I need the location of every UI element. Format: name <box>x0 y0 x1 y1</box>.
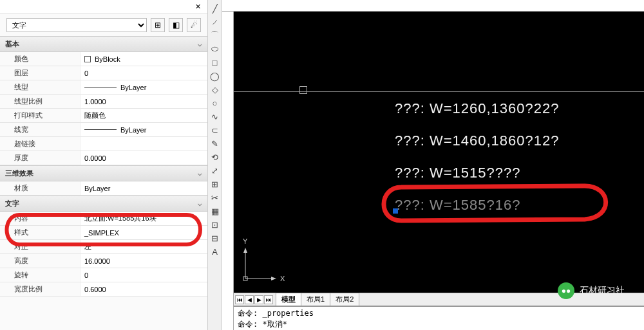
selection-handle[interactable] <box>299 86 307 94</box>
grip-handle[interactable] <box>393 208 398 214</box>
prop-height-label: 高度 <box>0 254 80 268</box>
line-tool-icon[interactable]: ╱ <box>209 3 221 14</box>
ruler-vertical <box>222 12 234 330</box>
drawing-canvas[interactable]: ???: W=1260,1360?22? ???: W=1460,1860?12… <box>234 12 644 293</box>
object-type-select[interactable]: 文字 <box>6 18 147 32</box>
prop-widthfactor-value[interactable]: 0.6000 <box>80 282 207 296</box>
property-grid: 基本⌵ 颜色ByBlock 图层0 线型ByLayer 线型比例1.0000 打… <box>0 36 207 330</box>
prop-justify-value[interactable]: 左 <box>80 240 207 253</box>
prop-style-value[interactable]: _SIMPLEX <box>80 226 207 239</box>
spline-tool-icon[interactable]: ∿ <box>209 111 221 122</box>
prop-color-label: 颜色 <box>0 52 80 66</box>
prop-color-value[interactable]: ByBlock <box>80 52 207 66</box>
prop-layer-value[interactable]: 0 <box>80 66 207 80</box>
svg-marker-3 <box>243 248 247 253</box>
command-line[interactable]: 命令: _properties 命令: *取消* <box>234 306 644 330</box>
text-tool-icon[interactable]: A <box>209 246 221 257</box>
toolbar-icon-1[interactable]: ⊞ <box>151 18 165 32</box>
prop-lineweight-value[interactable]: ByLayer <box>80 123 207 136</box>
svg-text:Y: Y <box>243 237 248 245</box>
revcloud-tool-icon[interactable]: ⊂ <box>209 124 221 136</box>
tab-nav-prev-icon[interactable]: ◀ <box>245 295 254 304</box>
arc-tool-icon[interactable]: ⌒ <box>209 30 221 41</box>
ruler-horizontal <box>222 0 644 12</box>
tab-nav-last-icon[interactable]: ⏭ <box>264 295 273 304</box>
prop-plotstyle-label: 打印样式 <box>0 109 80 122</box>
prop-ltscale-value[interactable]: 1.0000 <box>80 95 207 108</box>
prop-justify-label: 对正 <box>0 240 80 253</box>
ray-tool-icon[interactable]: ⟋ <box>209 16 221 28</box>
prop-style-label: 样式 <box>0 226 80 239</box>
prop-material-value[interactable]: ByLayer <box>80 181 207 195</box>
chevron-icon: ⌵ <box>198 199 202 208</box>
tab-nav-first-icon[interactable]: ⏮ <box>235 295 244 304</box>
cad-text-3[interactable]: ???: W=1515???? <box>395 165 520 181</box>
tab-layout2[interactable]: 布局2 <box>330 293 359 306</box>
prop-thickness-value[interactable]: 0.0000 <box>80 151 207 165</box>
tab-layout1[interactable]: 布局1 <box>301 293 330 306</box>
move-tool-icon[interactable]: ⤢ <box>209 165 221 176</box>
cad-text-1[interactable]: ???: W=1260,1360?22? <box>395 100 559 117</box>
prop-hyperlink-value[interactable] <box>80 137 207 151</box>
prop-widthfactor-label: 宽度比例 <box>0 282 80 296</box>
section-text[interactable]: 文字⌵ <box>0 196 207 212</box>
cad-text-2[interactable]: ???: W=1460,1860?12? <box>395 133 559 149</box>
table-tool-icon[interactable]: ⊟ <box>209 232 221 244</box>
prop-ltscale-label: 线型比例 <box>0 95 80 108</box>
polygon-tool-icon[interactable]: ◇ <box>209 84 221 95</box>
svg-text:X: X <box>280 275 285 282</box>
sketch-tool-icon[interactable]: ✎ <box>209 138 221 149</box>
prop-content-label: 内容 <box>0 212 80 225</box>
section-basic[interactable]: 基本⌵ <box>0 36 207 52</box>
close-icon[interactable]: ✕ <box>193 3 204 11</box>
guide-line <box>234 91 644 92</box>
donut-tool-icon[interactable]: ○ <box>209 97 221 109</box>
draw-toolbar: ╱ ⟋ ⌒ ⬭ □ ◯ ◇ ○ ∿ ⊂ ✎ ⟲ ⤢ ⊞ ✂ ▦ ⊡ ⊟ A <box>208 0 222 330</box>
svg-marker-1 <box>271 277 276 280</box>
circle-tool-icon[interactable]: ◯ <box>209 70 221 82</box>
section-3d[interactable]: 三维效果⌵ <box>0 165 207 181</box>
prop-plotstyle-value[interactable]: 随颜色 <box>80 109 207 122</box>
tab-model[interactable]: 模型 <box>276 293 301 306</box>
rect-tool-icon[interactable]: □ <box>209 57 221 68</box>
prop-linetype-label: 线型 <box>0 80 80 94</box>
prop-layer-label: 图层 <box>0 66 80 80</box>
tab-nav-next-icon[interactable]: ▶ <box>254 295 263 304</box>
prop-material-label: 材质 <box>0 181 80 195</box>
cad-text-4[interactable]: ???: W=1585?16? <box>395 197 520 214</box>
prop-thickness-label: 厚度 <box>0 151 80 165</box>
properties-panel: ✕ 文字 ⊞ ◧ ☄ 基本⌵ 颜色ByBlock 图层0 线型ByLayer 线… <box>0 0 208 330</box>
hatch-tool-icon[interactable]: ▦ <box>209 205 221 217</box>
chevron-icon: ⌵ <box>198 40 202 48</box>
ucs-icon: X Y <box>239 234 290 286</box>
toolbar-icon-2[interactable]: ◧ <box>169 18 183 32</box>
watermark: ●● 石材研习社 <box>558 282 625 299</box>
cmd-history-1: 命令: _properties <box>238 308 640 319</box>
prop-hyperlink-label: 超链接 <box>0 137 80 151</box>
watermark-label: 石材研习社 <box>580 285 625 297</box>
prop-content-value[interactable]: 北立面:W=1585共16块 <box>80 212 207 225</box>
toolbar-icon-3[interactable]: ☄ <box>187 18 201 32</box>
revision-tool-icon[interactable]: ⟲ <box>209 151 221 163</box>
region-tool-icon[interactable]: ⊡ <box>209 219 221 230</box>
chevron-icon: ⌵ <box>198 169 202 178</box>
prop-rotation-label: 旋转 <box>0 268 80 282</box>
array-tool-icon[interactable]: ⊞ <box>209 178 221 190</box>
prop-lineweight-label: 线宽 <box>0 123 80 136</box>
prop-rotation-value[interactable]: 0 <box>80 268 207 282</box>
ellipse-tool-icon[interactable]: ⬭ <box>209 43 221 55</box>
prop-height-value[interactable]: 16.0000 <box>80 254 207 268</box>
trim-tool-icon[interactable]: ✂ <box>209 192 221 203</box>
watermark-logo-icon: ●● <box>558 282 574 299</box>
cmd-history-2: 命令: *取消* <box>238 319 640 330</box>
prop-linetype-value[interactable]: ByLayer <box>80 80 207 94</box>
